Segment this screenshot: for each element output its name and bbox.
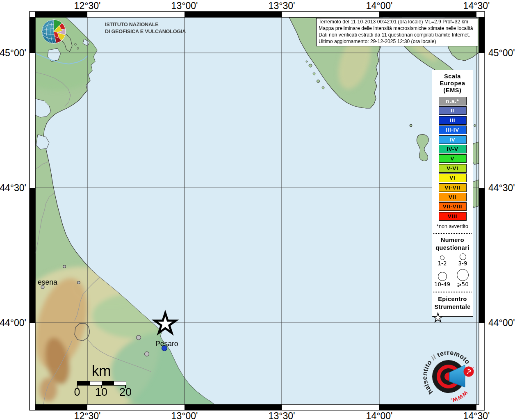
haisentito-logo: haisentito il terremoto .it www. ? [420,348,477,405]
legend-title-line: Europea [432,80,473,87]
legend-class-ii: II [439,106,467,115]
ingv-name-line1: ISTITUTO NAZIONALE [105,21,159,28]
scalebar [77,381,126,386]
legend-class-iii-iv: III-IV [439,126,467,134]
legend-epicenter-title: Strumentale [432,303,473,311]
axis-label-lat: 45°00' [0,48,26,58]
axis-label-lon: 14°00' [359,411,400,420]
questionnaire-size-label: 3-9 [458,260,467,267]
axis-label-lon: 14°30' [456,0,497,11]
event-info-box: Terremoto del 11-10-2013 00:42:01 (ora l… [316,18,478,46]
questionnaire-size-icon [460,253,466,260]
questionnaire-size-label: ⩾50 [457,281,469,288]
axis-label-lon: 13°00' [164,0,205,11]
event-info-line: Terremoto del 11-10-2013 00:42:01 (ora l… [319,19,476,25]
questionnaire-size-icon [457,269,469,281]
axis-label-lon: 13°00' [164,411,205,420]
legend-class-vi: VI [439,173,467,182]
axis-label-lat: 44°00' [488,317,515,328]
axis-label-lon: 14°30' [456,411,497,420]
legend-epicenter-title: Epicentro [432,295,473,303]
watermark-text-il: il [430,354,438,362]
ingv-name-line2: DI GEOFISICA E VULCANOLOGIA [105,28,186,35]
questionnaire-size-label: 10-49 [434,281,450,288]
scalebar-number: 0 [69,386,85,399]
questionnaire-size-icon [438,272,447,281]
legend-class-v-vi: V-VI [439,164,467,173]
axis-label-lon: 13°30' [261,0,302,11]
city-label-pesaro: Pesaro [155,340,178,348]
legend-class-iv: IV [439,135,467,144]
axis-label-lon: 13°30' [261,411,302,420]
legend-title-line: Scala [432,73,473,80]
legend-class-vii: VII [439,193,467,201]
city-label-cesena: esena [38,278,57,287]
axis-label-lat: 45°00' [488,48,515,58]
legend-title-line: (EMS) [432,87,473,94]
map-interior [4,8,479,418]
legend-panel: Scala Europea (EMS) n.a.* II III III-IV … [432,70,473,317]
event-info-line: Dati non verificati estratti da 11 quest… [319,32,476,39]
legend-questionnaires-title: questionari [432,244,473,252]
legend-class-na: n.a.* [439,97,467,105]
axis-label-lat: 44°30' [488,183,515,193]
questionnaire-size-label: 1-2 [438,260,447,267]
legend-questionnaires-title: Numero [432,236,473,244]
legend-star-icon [432,312,444,323]
questionnaire-size-icon [440,256,444,260]
na-locality-marker [77,281,80,284]
legend-separator [433,292,472,292]
legend-separator [433,233,472,234]
scalebar-unit-label: km [88,363,115,379]
legend-class-v: V [439,154,467,163]
axis-label-lon: 12°30' [67,411,108,420]
na-locality-marker [145,352,149,356]
legend-class-iv-v: IV-V [439,145,467,153]
shakemap-page: 12°30' 13°00' 13°30' 14°00' 14°30' 12°30… [0,0,515,420]
legend-class-iii: III [439,116,467,125]
axis-label-lon: 14°00' [359,0,400,11]
axis-label-lat: 44°00' [0,317,26,328]
legend-class-vi-vii: VI-VII [439,183,467,192]
legend-footnote: *non avvertito [432,224,473,229]
na-locality-marker [137,336,141,340]
scalebar-number: 20 [117,386,134,399]
event-info-line: Ultimo aggiornamento: 29-12-2025 12:30 (… [319,39,476,45]
legend-class-vii-viii: VII-VIII [439,202,467,211]
legend-class-viii: VIII [439,212,467,221]
scalebar-number: 10 [93,386,109,399]
na-locality-marker [63,265,66,268]
watermark-text-hai: haisentito [421,359,434,396]
axis-label-lon: 12°30' [67,0,108,11]
ingv-logo-icon [41,18,67,46]
event-info-line: Mappa preliminare delle intensità macros… [319,25,476,32]
axis-label-lat: 44°30' [0,183,26,193]
